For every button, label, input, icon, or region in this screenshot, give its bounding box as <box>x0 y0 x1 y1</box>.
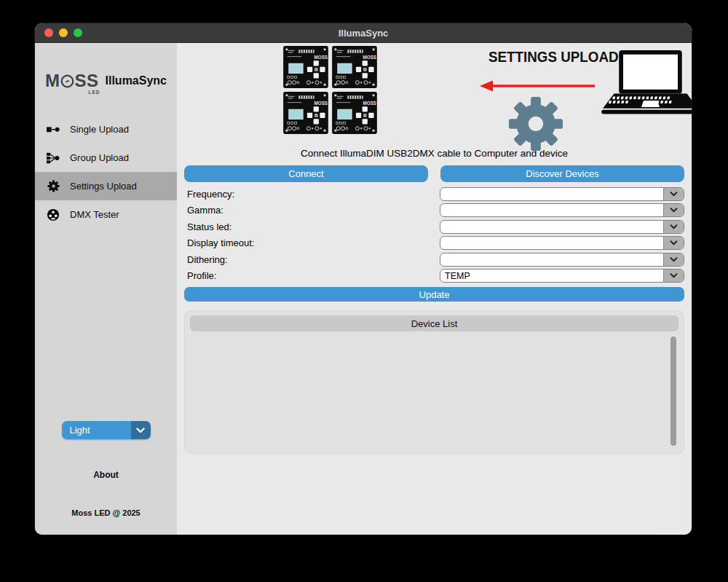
logo-letter-m: M <box>45 72 60 90</box>
connection-instruction: Connect IllumaDIM USB2DMX cable to Compu… <box>177 148 692 159</box>
dithering-select-value <box>440 253 663 266</box>
sidebar-item-single-upload[interactable]: Single Upload <box>35 115 177 143</box>
display-timeout-select-value <box>440 237 663 249</box>
status-led-label: Status led: <box>184 221 440 232</box>
device-list-header: Device List <box>190 315 678 331</box>
profile-select-value: TEMP <box>440 270 663 282</box>
gear-icon <box>46 180 60 192</box>
device-list-scrollbar[interactable] <box>670 337 676 446</box>
settings-form: Frequency: Gamma: Status led: <box>177 182 692 284</box>
close-window-button[interactable] <box>44 28 53 37</box>
minimize-window-button[interactable] <box>59 28 68 37</box>
dmx-device-image <box>332 92 377 134</box>
chevron-down-icon[interactable] <box>663 204 684 216</box>
group-upload-icon <box>46 152 60 164</box>
sidebar: M SS LED IllumaSync <box>35 43 177 535</box>
device-images <box>283 46 377 134</box>
sidebar-item-label: Single Upload <box>70 124 129 135</box>
logo-led-label: LED <box>89 90 100 95</box>
profile-select[interactable]: TEMP <box>440 269 684 283</box>
settings-upload-illustration: SETTINGS UPLOAD <box>283 44 692 142</box>
device-list-panel: Device List <box>184 310 684 454</box>
dmx-device-image <box>332 46 377 88</box>
gear-illustration-icon <box>507 95 564 155</box>
gamma-label: Gamma: <box>184 205 440 216</box>
sidebar-item-settings-upload[interactable]: Settings Upload <box>35 172 177 200</box>
left-arrow-icon <box>480 79 596 95</box>
chevron-down-icon[interactable] <box>663 270 684 282</box>
title-bar: IllumaSync <box>35 23 692 43</box>
theme-select-value: Light <box>62 421 131 439</box>
chevron-down-icon[interactable] <box>663 188 684 200</box>
status-led-select-value <box>440 221 663 233</box>
window-title: IllumaSync <box>339 28 389 39</box>
gamma-select[interactable] <box>440 203 684 217</box>
about-link[interactable]: About <box>93 470 119 480</box>
frequency-select-value <box>440 188 663 200</box>
discover-devices-button[interactable]: Discover Devices <box>440 165 684 182</box>
chevron-down-icon[interactable] <box>663 253 684 266</box>
chevron-down-icon[interactable] <box>131 421 151 439</box>
moss-logo-o-icon <box>60 74 74 88</box>
app-name: IllumaSync <box>106 74 167 87</box>
dmx-device-image <box>283 92 328 134</box>
dithering-select[interactable] <box>440 253 684 267</box>
laptop-icon <box>601 50 692 126</box>
illustration-title: SETTINGS UPLOAD <box>488 49 619 66</box>
chevron-down-icon[interactable] <box>663 221 684 233</box>
brand-logo: M SS LED IllumaSync <box>35 72 177 90</box>
dithering-label: Dithering: <box>184 254 440 265</box>
status-led-select[interactable] <box>440 220 684 234</box>
sidebar-item-group-upload[interactable]: Group Upload <box>35 143 177 172</box>
sidebar-item-label: Group Upload <box>70 152 129 163</box>
sidebar-nav: Single Upload Group <box>35 115 177 229</box>
main-content: SETTINGS UPLOAD <box>177 43 692 535</box>
dmx-connector-icon <box>46 208 60 221</box>
sidebar-footer: Light About Moss LED @ 2025 <box>35 421 177 535</box>
traffic-lights <box>44 28 82 37</box>
display-timeout-select[interactable] <box>440 236 684 250</box>
zoom-window-button[interactable] <box>74 28 82 37</box>
dmx-device-image <box>283 46 328 88</box>
gamma-select-value <box>440 204 663 216</box>
moss-led-logo: M SS LED <box>45 72 99 90</box>
update-button[interactable]: Update <box>184 287 684 302</box>
sidebar-item-label: Settings Upload <box>70 181 137 192</box>
frequency-label: Frequency: <box>184 189 440 200</box>
profile-label: Profile: <box>184 270 440 281</box>
chevron-down-icon[interactable] <box>663 237 684 249</box>
display-timeout-label: Display timeout: <box>184 237 440 248</box>
app-window: IllumaSync M SS LED IllumaSync <box>35 23 692 535</box>
theme-select[interactable]: Light <box>62 421 151 439</box>
logo-letters-ss: SS <box>75 72 99 90</box>
single-upload-icon <box>46 126 60 133</box>
copyright-label: Moss LED @ 2025 <box>71 508 140 517</box>
sidebar-item-dmx-tester[interactable]: DMX Tester <box>35 200 177 229</box>
connect-button[interactable]: Connect <box>184 165 428 182</box>
sidebar-item-label: DMX Tester <box>70 209 119 220</box>
frequency-select[interactable] <box>440 187 684 201</box>
